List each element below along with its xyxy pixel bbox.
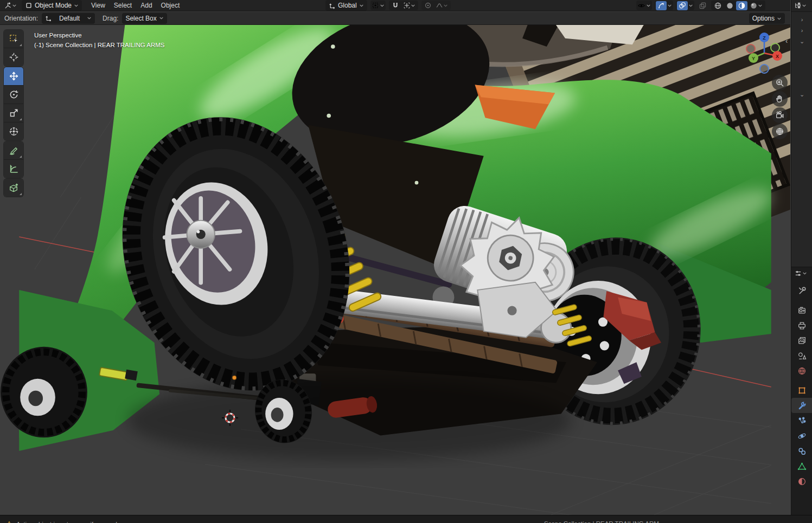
tab-view-layer[interactable] bbox=[791, 333, 812, 348]
3d-viewport[interactable]: User Perspective (-1) Scene Collection |… bbox=[0, 25, 790, 515]
chevron-down-icon bbox=[159, 16, 164, 21]
chevron-down-icon bbox=[688, 3, 693, 8]
tab-object[interactable] bbox=[791, 383, 812, 398]
chevron-down-icon bbox=[380, 3, 385, 8]
shading-rendered-button[interactable] bbox=[748, 1, 764, 10]
visibility-eye-icon bbox=[637, 2, 645, 10]
menu-view[interactable]: View bbox=[87, 1, 109, 10]
scene-render bbox=[0, 25, 790, 515]
object-mode-icon bbox=[25, 2, 33, 9]
constraints-icon bbox=[797, 447, 807, 456]
menu-object[interactable]: Object bbox=[157, 1, 184, 10]
tab-world[interactable] bbox=[791, 363, 812, 378]
snap-target-icon bbox=[403, 2, 411, 9]
menu-add[interactable]: Add bbox=[137, 1, 156, 10]
transform-orientation-dropdown[interactable]: Global bbox=[325, 0, 367, 11]
pivot-point-icon bbox=[372, 2, 379, 9]
svg-text:X: X bbox=[776, 54, 779, 59]
properties-editor bbox=[791, 267, 812, 515]
gizmos-icon bbox=[657, 2, 665, 9]
axis-neg-z[interactable] bbox=[760, 64, 769, 73]
tool-cursor[interactable] bbox=[4, 48, 23, 66]
axis-z[interactable]: Z bbox=[759, 33, 769, 42]
tab-material[interactable] bbox=[791, 474, 812, 489]
svg-text:Y: Y bbox=[752, 56, 755, 61]
navigation-gizmo[interactable]: Z X Y bbox=[741, 31, 789, 79]
tool-move[interactable] bbox=[4, 67, 23, 85]
zoom-button[interactable] bbox=[772, 75, 788, 91]
proportional-editing-icon bbox=[424, 2, 432, 9]
printer-icon bbox=[797, 321, 807, 330]
mesh-data-icon bbox=[797, 462, 807, 471]
tab-particles[interactable] bbox=[791, 413, 812, 428]
proportional-editing-button[interactable] bbox=[423, 1, 433, 10]
sidebar-collapse-arrow[interactable]: ‹ bbox=[785, 37, 788, 45]
orientation-axes-icon bbox=[45, 15, 52, 22]
shading-solid-button[interactable] bbox=[724, 1, 736, 10]
chevron-down-icon bbox=[646, 3, 651, 8]
tab-object-data[interactable] bbox=[791, 459, 812, 474]
camera-view-button[interactable] bbox=[772, 107, 788, 123]
xray-toggle-button[interactable] bbox=[697, 1, 708, 10]
chevron-down-icon bbox=[667, 3, 672, 8]
options-label: Options bbox=[752, 15, 775, 22]
show-gizmo-button[interactable] bbox=[656, 1, 667, 10]
material-icon bbox=[797, 477, 807, 486]
drag-dropdown[interactable]: Select Box bbox=[122, 13, 167, 24]
tab-physics[interactable] bbox=[791, 428, 812, 443]
properties-editor-icon bbox=[794, 269, 802, 277]
orientation-dropdown[interactable]: Default bbox=[42, 13, 95, 24]
properties-header[interactable] bbox=[791, 267, 812, 280]
falloff-dropdown[interactable] bbox=[434, 1, 450, 10]
tab-tool[interactable] bbox=[791, 283, 812, 298]
chevron-down-icon bbox=[777, 16, 782, 21]
mode-dropdown[interactable]: Object Mode bbox=[22, 0, 82, 11]
shading-material-button[interactable] bbox=[736, 1, 747, 10]
outliner-header[interactable] bbox=[791, 0, 812, 12]
axis-neg-x[interactable] bbox=[746, 44, 755, 53]
pivot-point-dropdown[interactable] bbox=[370, 1, 386, 10]
outliner-expanded-row[interactable]: ⌄ bbox=[791, 89, 812, 100]
tool-rotate[interactable] bbox=[4, 85, 23, 104]
status-context: Scene Collection | REAR TRAILING ARM bbox=[544, 520, 659, 523]
mode-label: Object Mode bbox=[35, 2, 72, 9]
tab-modifiers[interactable] bbox=[791, 398, 812, 413]
editor-type-button[interactable] bbox=[2, 1, 18, 10]
pan-button[interactable] bbox=[772, 91, 788, 107]
outliner-expanded-row[interactable]: ⌄ bbox=[791, 36, 812, 47]
overlays-icon bbox=[679, 2, 686, 9]
tool-select-box[interactable] bbox=[4, 30, 23, 48]
outliner-editor-icon bbox=[794, 2, 802, 10]
outliner-collapsed-row[interactable]: › bbox=[791, 14, 812, 25]
tool-transform[interactable] bbox=[4, 122, 23, 140]
perspective-ortho-button[interactable] bbox=[772, 124, 788, 139]
options-dropdown[interactable]: Options bbox=[749, 13, 785, 24]
tab-output[interactable] bbox=[791, 318, 812, 333]
snap-target-dropdown[interactable] bbox=[401, 1, 417, 10]
tab-render[interactable] bbox=[791, 302, 812, 318]
axis-neg-y[interactable] bbox=[771, 43, 779, 52]
shading-wireframe-button[interactable] bbox=[712, 1, 724, 10]
axis-x[interactable]: X bbox=[772, 51, 782, 61]
menu-select[interactable]: Select bbox=[110, 1, 136, 10]
3d-viewport-editor-icon bbox=[4, 2, 12, 10]
world-icon bbox=[797, 366, 807, 376]
chevron-down-icon bbox=[87, 16, 92, 21]
outliner-collapsed-row[interactable]: › bbox=[791, 25, 812, 36]
chevron-down-icon bbox=[411, 3, 415, 8]
axis-y[interactable]: Y bbox=[749, 53, 758, 63]
object-visibility-dropdown[interactable] bbox=[636, 1, 652, 10]
tool-scale[interactable] bbox=[4, 104, 23, 122]
tool-add-cube[interactable] bbox=[4, 179, 23, 197]
chevron-down-icon bbox=[802, 271, 807, 276]
tool-measure[interactable] bbox=[4, 159, 23, 178]
snap-toggle-button[interactable] bbox=[390, 1, 401, 10]
show-overlays-button[interactable] bbox=[677, 1, 688, 10]
tab-constraints[interactable] bbox=[791, 443, 812, 459]
drag-label: Drag: bbox=[103, 15, 118, 22]
tool-annotate[interactable] bbox=[4, 141, 23, 159]
viewport-header: Object Mode View Select Add Object Globa… bbox=[0, 0, 790, 11]
render-icon bbox=[797, 306, 807, 315]
tab-scene[interactable] bbox=[791, 348, 812, 363]
particles-icon bbox=[797, 416, 807, 425]
